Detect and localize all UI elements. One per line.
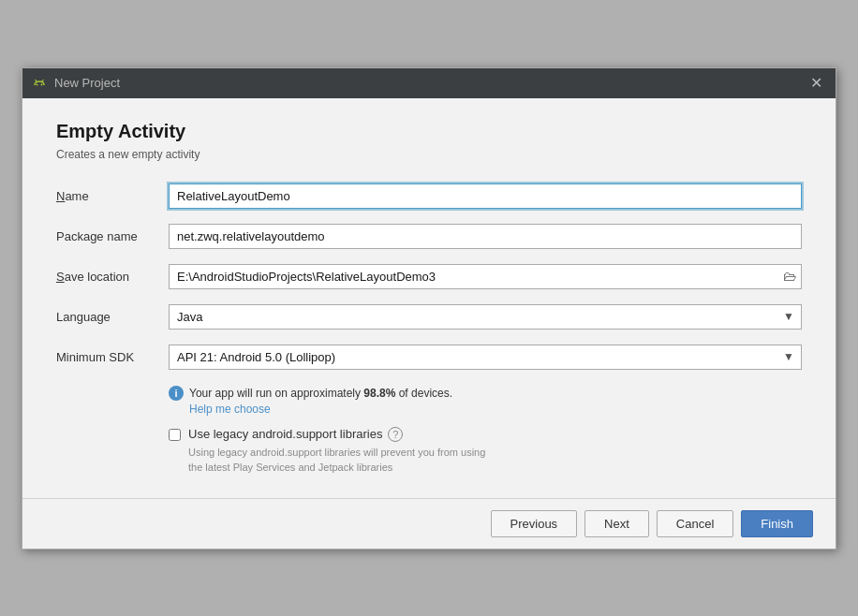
browse-folder-button[interactable]: 🗁 (781, 267, 798, 286)
next-button[interactable]: Next (584, 510, 649, 537)
package-name-label: Package name (56, 229, 169, 243)
dialog-content: Empty Activity Creates a new empty activ… (22, 98, 836, 498)
package-name-row: Package name (56, 224, 802, 249)
language-field-container: Java Kotlin ▼ (169, 304, 802, 330)
language-label: Language (56, 310, 169, 324)
min-sdk-select[interactable]: API 21: Android 5.0 (Lollipop) API 22: A… (169, 345, 802, 370)
device-info-text: Your app will run on approximately 98.8%… (189, 385, 452, 416)
info-percentage: 98.8% (363, 387, 395, 400)
section-subtitle: Creates a new empty activity (56, 148, 802, 161)
language-select[interactable]: Java Kotlin (169, 304, 802, 330)
info-text-prefix: Your app will run on approximately (189, 387, 363, 400)
titlebar-title: New Project (54, 76, 799, 90)
language-select-wrapper: Java Kotlin ▼ (169, 304, 802, 330)
save-location-input[interactable] (169, 264, 802, 289)
package-name-input[interactable] (169, 224, 802, 249)
titlebar: New Project ✕ (22, 68, 836, 98)
dialog-footer: Previous Next Cancel Finish (22, 498, 836, 549)
name-label: Name (56, 189, 169, 203)
android-icon (32, 76, 47, 91)
name-row: Name (56, 183, 802, 209)
info-text-suffix: of devices. (395, 387, 452, 400)
device-info-row: i Your app will run on approximately 98.… (169, 385, 802, 416)
cancel-button[interactable]: Cancel (657, 510, 733, 537)
previous-button[interactable]: Previous (491, 510, 578, 537)
legacy-label-group: Use legacy android.support libraries ? U… (188, 427, 485, 476)
legacy-main-label: Use legacy android.support libraries ? (188, 427, 485, 442)
legacy-checkbox-row: Use legacy android.support libraries ? U… (169, 427, 802, 476)
help-me-choose-link[interactable]: Help me choose (189, 403, 271, 416)
legacy-sub-text: Using legacy android.support libraries w… (188, 445, 485, 476)
question-icon[interactable]: ? (388, 427, 403, 442)
svg-point-0 (37, 83, 38, 85)
min-sdk-field-container: API 21: Android 5.0 (Lollipop) API 22: A… (169, 345, 802, 370)
info-icon: i (169, 386, 184, 401)
name-field-container (169, 183, 802, 209)
min-sdk-label: Minimum SDK (56, 350, 169, 364)
svg-line-3 (42, 80, 44, 81)
save-location-label: Save location (56, 270, 169, 284)
save-location-row: Save location 🗁 (56, 264, 802, 289)
save-location-field-container: 🗁 (169, 264, 802, 289)
close-button[interactable]: ✕ (806, 74, 826, 93)
finish-button[interactable]: Finish (741, 510, 813, 537)
legacy-checkbox[interactable] (169, 429, 181, 441)
svg-point-1 (41, 83, 43, 85)
package-name-field-container (169, 224, 802, 249)
legacy-label-text: Use legacy android.support libraries (188, 427, 382, 441)
section-title: Empty Activity (56, 121, 802, 142)
min-sdk-select-wrapper: API 21: Android 5.0 (Lollipop) API 22: A… (169, 345, 802, 370)
min-sdk-row: Minimum SDK API 21: Android 5.0 (Lollipo… (56, 345, 802, 370)
name-input[interactable] (169, 183, 802, 209)
language-row: Language Java Kotlin ▼ (56, 304, 802, 330)
new-project-dialog: New Project ✕ Empty Activity Creates a n… (22, 67, 836, 550)
svg-line-2 (36, 80, 37, 81)
save-location-input-wrapper: 🗁 (169, 264, 802, 289)
